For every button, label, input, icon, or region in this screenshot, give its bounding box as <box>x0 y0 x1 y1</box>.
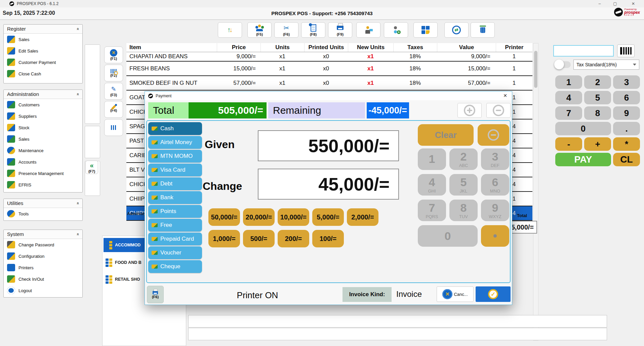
sidebar-item-maintenance[interactable]: Maintenance <box>4 145 82 156</box>
method-debt[interactable]: Debt <box>148 177 202 190</box>
close-button[interactable]: ✕ <box>626 0 641 7</box>
sidebar-item-sales-admin[interactable]: Sales <box>4 133 82 145</box>
method-points[interactable]: Points <box>148 205 202 218</box>
increase-button[interactable] <box>457 103 482 118</box>
method-bank[interactable]: Bank <box>148 191 202 204</box>
sidebar-item-suppliers[interactable]: Suppliers <box>4 110 82 122</box>
dialog-ok-button[interactable] <box>476 286 511 302</box>
denom-20000-button[interactable]: 20,000/= <box>243 208 275 226</box>
numpad-8[interactable]: 8 <box>584 106 611 120</box>
sidebar-item-presence-management[interactable]: Presence Management <box>4 168 82 179</box>
dialog-key-3[interactable]: 3DEF <box>481 148 509 170</box>
numpad-multiply[interactable]: * <box>613 137 640 151</box>
dialog-key-7[interactable]: 7PQRS <box>418 200 446 221</box>
scrollbar-thumb[interactable] <box>534 51 537 88</box>
side-strip-panel[interactable] <box>85 44 100 124</box>
numpad-plus[interactable]: + <box>584 137 611 151</box>
fkey-f3-button[interactable]: (F3) <box>104 83 123 100</box>
numpad-dot[interactable]: . <box>613 122 640 135</box>
numpad-5[interactable]: 5 <box>584 91 611 104</box>
dialog-key-6[interactable]: 6MNO <box>481 174 509 196</box>
method-airtel-money[interactable]: Airtel Money <box>148 136 202 149</box>
toolbar-layout-button[interactable] <box>413 22 438 38</box>
fkey-sound-button[interactable] <box>104 119 123 136</box>
method-cash[interactable]: Cash <box>148 122 202 135</box>
numpad-1[interactable]: 1 <box>555 75 582 89</box>
numpad-9[interactable]: 9 <box>613 106 640 120</box>
dialog-key-8[interactable]: 8TUV <box>449 200 478 221</box>
numpad-3[interactable]: 3 <box>613 75 640 89</box>
method-cheque[interactable]: Cheque <box>148 260 202 273</box>
collapse-chevron-icon[interactable]: « <box>73 233 82 235</box>
toolbar-delete-button[interactable] <box>471 22 495 38</box>
toolbar-sort-button[interactable]: ↑↓ <box>218 22 242 38</box>
sidebar-item-efris[interactable]: EFRIS <box>4 179 82 191</box>
dialog-key-1[interactable]: 1 <box>418 148 446 170</box>
fkey-f4-button[interactable]: (F4) <box>104 101 123 118</box>
denom-2000-button[interactable]: 2,000/= <box>347 208 378 226</box>
table-row[interactable]: SMOKED BEEF IN G NUT57,000/=x1x0x118%57,… <box>126 76 532 91</box>
dialog-clear-button[interactable]: Clear <box>418 124 474 146</box>
numpad-6[interactable]: 6 <box>613 91 640 104</box>
sidebar-item-configuration[interactable]: Configuration <box>4 250 82 262</box>
dialog-key-4[interactable]: 4GHI <box>418 174 446 196</box>
dialog-key-2[interactable]: 2ABC <box>449 148 478 170</box>
sidebar-item-change-password[interactable]: Change Password <box>4 239 82 250</box>
dialog-cancel-button[interactable]: Canc... <box>437 286 474 302</box>
barcode-input[interactable] <box>553 45 614 57</box>
tax-select[interactable]: Tax Standard(18%) <box>573 60 639 70</box>
sidebar-item-edit-sales[interactable]: Edit Sales <box>4 45 82 57</box>
toolbar-refresh-button[interactable] <box>444 22 469 38</box>
invoice-kind-label[interactable]: Invoice Kind: <box>343 287 392 302</box>
sidebar-item-customers[interactable]: Customers <box>4 99 82 110</box>
fkey-f7-button[interactable]: (F7) <box>85 161 98 174</box>
sidebar-item-close-cash[interactable]: Close Cash <box>4 68 82 79</box>
dialog-key-0[interactable]: 0 <box>418 225 478 247</box>
denom-1000-button[interactable]: 1,000/= <box>208 230 240 247</box>
dialog-printer-toggle-button[interactable]: (F6) <box>147 286 164 303</box>
collapse-chevron-icon[interactable]: « <box>73 93 82 95</box>
tax-toggle[interactable] <box>555 61 571 68</box>
collapse-chevron-icon[interactable]: « <box>73 28 82 30</box>
sidebar-item-sales[interactable]: Sales <box>4 34 82 45</box>
denom-10000-button[interactable]: 10,000/= <box>278 208 309 226</box>
toolbar-waiter-button[interactable] <box>356 22 380 38</box>
side-strip-panel[interactable] <box>85 126 100 158</box>
sidebar-item-accounts[interactable]: Accounts <box>4 156 82 168</box>
table-row[interactable]: CHAPATI AND BEANS9,000/=x1x0x118%9,000/=… <box>126 52 532 62</box>
pay-button[interactable]: PAY <box>555 153 611 166</box>
sidebar-item-check-in-out[interactable]: Check In/Out <box>4 273 82 285</box>
maximize-button[interactable]: ▢ <box>608 0 622 7</box>
denom-200-button[interactable]: 200/= <box>278 230 309 247</box>
sidebar-item-printers[interactable]: Printers <box>4 262 82 273</box>
sidebar-item-tools[interactable]: Tools <box>4 208 82 219</box>
method-mtn-momo[interactable]: MTN MOMO <box>148 150 202 163</box>
fkey-f2-button[interactable]: (F2) <box>104 65 123 81</box>
method-free[interactable]: Free <box>148 219 202 232</box>
numpad-2[interactable]: 2 <box>584 75 611 89</box>
toolbar-cut-button[interactable]: (F6) <box>274 22 298 38</box>
dialog-close-button[interactable]: ✕ <box>503 93 507 98</box>
sidebar-item-customer-payment[interactable]: Customer Payment <box>4 57 82 68</box>
toolbar-print-button[interactable]: (F9) <box>328 22 352 38</box>
method-visa-card[interactable]: Visa Card <box>148 164 202 176</box>
denom-500-button[interactable]: 500/= <box>243 230 275 247</box>
table-scrollbar[interactable] <box>533 43 538 341</box>
denom-50000-button[interactable]: 50,000/= <box>208 208 240 226</box>
decrease-button[interactable] <box>486 103 511 118</box>
denom-100-button[interactable]: 100/= <box>312 230 344 247</box>
numpad-minus[interactable]: - <box>555 137 582 151</box>
dialog-backspace-button[interactable] <box>478 124 509 146</box>
fkey-f1-button[interactable]: (F1) <box>104 46 123 63</box>
sidebar-item-stock[interactable]: Stock <box>4 122 82 133</box>
sidebar-item-logout[interactable]: Logout <box>4 285 82 296</box>
barcode-button[interactable] <box>617 44 635 57</box>
toolbar-add-customer-button[interactable] <box>384 22 408 38</box>
collapse-chevron-icon[interactable]: « <box>73 202 82 204</box>
dialog-key-dot[interactable] <box>481 225 509 247</box>
clear-button[interactable]: CL <box>613 153 640 166</box>
toolbar-receipt-button[interactable]: (F8) <box>301 22 325 38</box>
minimize-button[interactable]: – <box>592 0 607 7</box>
numpad-4[interactable]: 4 <box>555 91 582 104</box>
numpad-0[interactable]: 0 <box>555 122 611 135</box>
